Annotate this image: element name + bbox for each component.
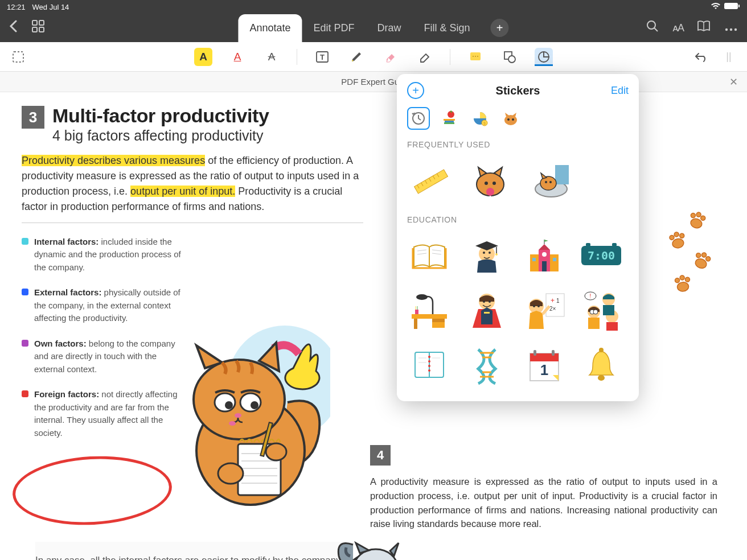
category-business[interactable]: $: [469, 107, 491, 130]
sticker-bell[interactable]: [579, 343, 623, 387]
underline-icon[interactable]: A: [228, 48, 247, 66]
section-title: Multi-factor productivity: [52, 106, 269, 126]
svg-point-99: [489, 252, 491, 254]
svg-text:7:00: 7:00: [588, 249, 615, 262]
category-recent[interactable]: [407, 107, 430, 130]
note-icon[interactable]: [466, 48, 485, 66]
category-cat[interactable]: [499, 107, 522, 130]
book-icon[interactable]: [697, 20, 711, 35]
sticker-cat-lollipop[interactable]: [468, 158, 512, 203]
education-grid: 7:00 +12× ! 1: [397, 228, 639, 396]
tab-fill-sign[interactable]: Fill & Sign: [413, 14, 482, 42]
svg-rect-111: [412, 314, 447, 319]
section-subtitle: 4 big factors affecting productivity: [52, 127, 269, 144]
svg-point-97: [495, 253, 498, 256]
svg-rect-87: [555, 165, 569, 184]
top-nav: Annotate Edit PDF Draw Fill & Sign + ᴀA: [0, 14, 747, 42]
sticker-cat-bath[interactable]: [529, 158, 573, 203]
more-icon[interactable]: [724, 20, 738, 35]
education-label: EDUCATION: [397, 212, 639, 228]
sticker-notebook[interactable]: [407, 343, 452, 387]
add-button[interactable]: +: [491, 19, 509, 37]
red-circle-annotation[interactable]: [11, 452, 174, 529]
sticker-tool-icon[interactable]: [535, 48, 553, 66]
svg-point-159: [599, 348, 604, 352]
eraser-icon[interactable]: [416, 48, 434, 66]
svg-point-23: [240, 393, 261, 411]
svg-rect-109: [586, 243, 590, 246]
svg-point-14: [473, 56, 474, 57]
raccoon-sticker[interactable]: [330, 536, 416, 560]
factor-list: Internal factors: included inside the dy…: [22, 236, 187, 440]
tab-draw[interactable]: Draw: [366, 14, 413, 42]
svg-rect-66: [444, 119, 455, 121]
sticker-clock[interactable]: 7:00: [579, 233, 623, 278]
svg-point-160: [598, 375, 605, 381]
svg-point-8: [730, 28, 732, 31]
bullet-red: [22, 390, 28, 397]
svg-point-25: [251, 401, 258, 409]
edit-stickers-button[interactable]: Edit: [611, 85, 629, 97]
pen-icon[interactable]: [347, 48, 366, 66]
paw-prints-sticker[interactable]: [647, 206, 721, 303]
svg-rect-112: [414, 319, 417, 329]
svg-rect-157: [552, 350, 555, 356]
sticker-calendar[interactable]: 1: [522, 343, 567, 387]
bullet-purple: [22, 340, 28, 347]
grid-icon[interactable]: [32, 20, 44, 36]
tab-annotate[interactable]: Annotate: [238, 14, 302, 42]
svg-point-6: [647, 21, 655, 29]
section-4-number: 4: [370, 445, 391, 466]
svg-text:2×: 2×: [549, 306, 556, 312]
svg-rect-10: [13, 52, 23, 62]
frequently-used-label: FREQUENTLY USED: [397, 137, 639, 153]
highlight-1: Productivity describes various measures: [22, 155, 205, 166]
strikethrough-icon[interactable]: A: [262, 48, 281, 66]
annotation-toolbar: A A A T ||: [0, 42, 747, 72]
undo-icon[interactable]: [692, 48, 711, 66]
sticker-teacher[interactable]: +12×: [522, 288, 567, 332]
textbox-icon[interactable]: T: [313, 48, 331, 66]
category-education[interactable]: [438, 107, 461, 130]
intro-paragraph: Productivity describes various measures …: [22, 153, 363, 215]
select-icon[interactable]: [9, 48, 27, 66]
redo-stack-icon[interactable]: ||: [720, 48, 738, 66]
status-date: Wed Jul 14: [32, 3, 69, 11]
eraser-pink-icon[interactable]: [381, 48, 400, 66]
svg-rect-2: [32, 20, 37, 25]
sticker-graduate[interactable]: [465, 233, 509, 278]
svg-rect-5: [39, 27, 44, 32]
sticker-dna[interactable]: [465, 343, 509, 387]
svg-point-90: [549, 181, 552, 183]
add-sticker-pack-button[interactable]: +: [407, 82, 424, 99]
back-icon[interactable]: [9, 20, 18, 36]
sticker-open-book[interactable]: [407, 233, 452, 278]
highlight-icon[interactable]: A: [194, 48, 212, 66]
svg-point-145: [428, 365, 430, 367]
sticker-superhero[interactable]: [465, 288, 509, 332]
cat-sticker[interactable]: [165, 320, 330, 508]
separator: [297, 49, 297, 65]
svg-rect-156: [533, 350, 536, 356]
close-icon[interactable]: ✕: [729, 76, 738, 88]
panel-title: Stickers: [496, 84, 540, 97]
svg-point-140: [593, 310, 598, 314]
shape-icon[interactable]: [500, 48, 519, 66]
svg-rect-136: [603, 305, 614, 315]
svg-rect-68: [444, 122, 454, 124]
factor-foreign: Foreign factors: not directly affecting …: [22, 388, 187, 439]
svg-point-15: [475, 56, 476, 57]
svg-point-121: [489, 300, 491, 303]
sticker-students[interactable]: !: [579, 288, 623, 332]
svg-point-89: [545, 181, 547, 183]
sticker-school[interactable]: [522, 233, 567, 278]
sticker-desk[interactable]: [407, 288, 452, 332]
search-icon[interactable]: [646, 20, 659, 36]
text-size-icon[interactable]: ᴀA: [672, 22, 683, 34]
sticker-ruler[interactable]: [407, 158, 452, 203]
svg-point-84: [486, 188, 494, 196]
svg-point-57: [696, 253, 701, 258]
svg-point-62: [680, 275, 685, 281]
tab-edit-pdf[interactable]: Edit PDF: [302, 14, 366, 42]
svg-point-60: [677, 282, 689, 292]
